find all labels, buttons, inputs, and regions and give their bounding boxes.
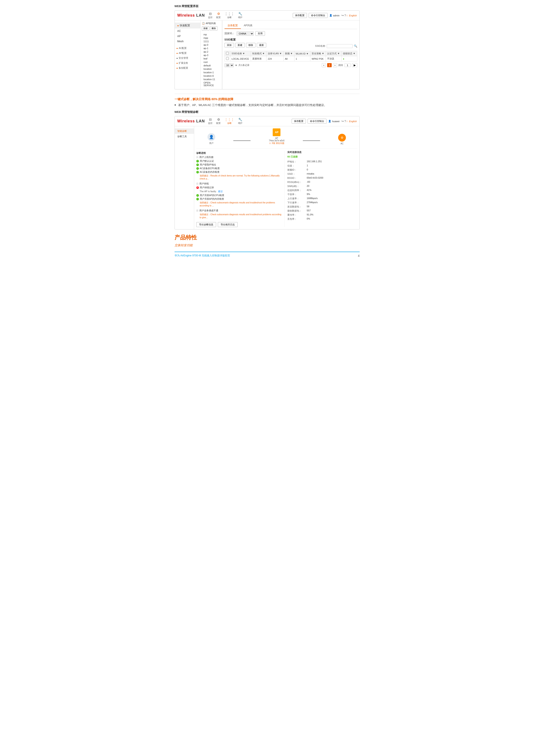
nav-maintain[interactable]: 🔧 维护 bbox=[238, 12, 242, 19]
nav2-diagnose-label: 诊断 bbox=[227, 122, 232, 125]
prev-page-btn[interactable]: ‹ bbox=[322, 63, 326, 67]
th-ssid-name[interactable]: SSID名称 ▼ bbox=[230, 51, 251, 56]
rt-value-12: 557 bbox=[307, 209, 311, 212]
ap-tree-item-open-service[interactable]: OPEN-SERVICE bbox=[202, 81, 221, 87]
apply-btn[interactable]: 应用 bbox=[256, 31, 265, 36]
ap-tree-item-location1[interactable]: location-1 bbox=[202, 71, 221, 74]
total-records: ▼ bbox=[235, 64, 238, 67]
ssid-search-input[interactable] bbox=[327, 44, 353, 48]
export-diag-btn[interactable]: 导出诊断信息 bbox=[196, 222, 216, 227]
nav2-diagnose[interactable]: ⋮⋮⋮ 诊断 bbox=[224, 118, 234, 125]
nav-config[interactable]: ⚙ 配置 bbox=[216, 12, 221, 19]
nav-diagnose[interactable]: ⋮⋮⋮ 诊断 bbox=[224, 12, 234, 19]
tab-service-config[interactable]: 业务配置 bbox=[224, 23, 241, 29]
row-checkbox[interactable] bbox=[226, 57, 229, 60]
save-config-btn[interactable]: 保存配置 bbox=[293, 13, 307, 18]
ap-tree-item-root[interactable]: root bbox=[202, 60, 221, 64]
ssid-add-btn[interactable]: 添加 bbox=[224, 43, 234, 47]
ap-tree-item-location11[interactable]: location-11 bbox=[202, 78, 221, 81]
th-auth[interactable]: 认证方式 ▼ bbox=[326, 51, 342, 56]
ap-tree-item-ap1[interactable]: ap-1 bbox=[202, 46, 221, 50]
sidebar-item-ap-config[interactable]: ● AP配置 bbox=[175, 51, 200, 56]
pagination-row: 10 ▼ 共1条记录 ‹ 1 › 跳转 ▶ bbox=[224, 63, 357, 67]
rt-value-14: 0% bbox=[307, 217, 310, 221]
th-status-label: 使能状态 ▼ bbox=[343, 52, 355, 55]
nav2-monitor[interactable]: ⊟ 监控 bbox=[208, 118, 213, 125]
ap-tree-item-ap2[interactable]: ap-2 bbox=[202, 50, 221, 53]
ap-tree-item-ap3[interactable]: ap-3 bbox=[202, 53, 221, 57]
topo-line-2 bbox=[303, 141, 320, 141]
step-label-1-2: 用户获取IP地址 bbox=[200, 163, 216, 166]
th-radio[interactable]: 射频 ▼ bbox=[284, 51, 294, 56]
sidebar-item-quick-config[interactable]: ● 快速配置 bbox=[175, 23, 200, 28]
search-icon[interactable]: 🔍 bbox=[354, 44, 357, 48]
ssid-del-btn[interactable]: 移除 bbox=[246, 43, 256, 47]
per-page-select[interactable]: 10 bbox=[224, 63, 234, 67]
ap-tree-item-location6[interactable]: location-6 bbox=[202, 74, 221, 78]
rt-row-6: SNR(dB)： 20 bbox=[287, 184, 357, 188]
nav2-config[interactable]: ⚙ 配置 bbox=[216, 118, 221, 125]
cmd-console-btn-2[interactable]: 命令行控制台 bbox=[308, 119, 326, 124]
rt-label-9: 上行速率： bbox=[287, 197, 307, 200]
diag-content-area: 智能诊断 诊断工具 👤 用户 AP AP 74ea-3a7e-a0c6 bbox=[175, 126, 359, 229]
step-label-1-1: 用户默认认证 bbox=[200, 159, 214, 163]
nav-lang-1[interactable]: English bbox=[349, 14, 357, 17]
sidebar-item-ac[interactable]: AC bbox=[175, 28, 200, 34]
jump-input[interactable] bbox=[344, 64, 351, 67]
th-vlan[interactable]: 业务VLAN ▼ bbox=[267, 51, 284, 56]
th-wlan-id[interactable]: WLAN ID ▼ bbox=[294, 51, 310, 56]
nav2-maintain[interactable]: 🔧 维护 bbox=[238, 118, 242, 125]
jump-go-btn[interactable]: ▶ bbox=[352, 63, 357, 67]
nav-user-2: 👤 huawei bbox=[328, 120, 340, 122]
sidebar2-diag-tools[interactable]: 诊断工具 bbox=[175, 134, 194, 139]
td-auth: 不涉及 bbox=[326, 56, 342, 61]
step-label-1-4: AC设备的内存检查 bbox=[200, 171, 219, 174]
sidebar-item-backup[interactable]: ● 备份配置 bbox=[175, 66, 200, 70]
ssid-refresh-btn[interactable]: 最新 bbox=[257, 43, 266, 47]
diag-step-2-1: ✗ 用户掉线记录 bbox=[196, 186, 282, 189]
action-search-row: 添加 新建 移除 最新 SSID名称 🔍 bbox=[224, 43, 357, 49]
next-page-btn[interactable]: › bbox=[333, 63, 337, 67]
ap-tree-item-default[interactable]: default bbox=[202, 64, 221, 67]
sidebar-item-ap[interactable]: AP bbox=[175, 34, 200, 39]
ap-del-btn[interactable]: 删除 bbox=[210, 26, 217, 31]
nav-lang-2[interactable]: English bbox=[349, 120, 357, 122]
nav-user: 👤 admin bbox=[329, 14, 340, 17]
sidebar-item-mesh[interactable]: Mesh bbox=[175, 39, 200, 44]
nav-monitor[interactable]: ⊟ 监控 bbox=[208, 12, 213, 19]
country-select[interactable]: CHINA bbox=[237, 32, 254, 36]
sidebar-item-security[interactable]: ● 安全管理 bbox=[175, 56, 200, 61]
ap-tree-item-leaf[interactable]: leaf bbox=[202, 57, 221, 60]
ap-tree-item-mpp[interactable]: mpp bbox=[202, 36, 221, 40]
rt-row-2: 射频ID： 0 bbox=[287, 168, 357, 172]
security-dot: ● bbox=[176, 57, 178, 60]
ap-add-btn[interactable]: 新建 bbox=[202, 26, 209, 31]
th-forward-mode[interactable]: 转发模式 ▼ bbox=[251, 51, 266, 56]
ap-tree-item-ap0[interactable]: ap-0 bbox=[202, 43, 221, 46]
th-status[interactable]: 使能状态 ▼ bbox=[342, 51, 357, 56]
rt-connected-count: 66 已连接 bbox=[287, 155, 298, 158]
ssid-edit-btn[interactable]: 新建 bbox=[235, 43, 245, 47]
cmd-console-btn[interactable]: 命令行控制台 bbox=[309, 13, 328, 18]
select-all-checkbox[interactable] bbox=[226, 52, 229, 55]
diag-step-1-3: ✓ AC设备的CPU检查 bbox=[196, 167, 282, 170]
search-right: SSID名称 🔍 bbox=[315, 44, 357, 48]
tab-ap-list[interactable]: AP列表 bbox=[241, 23, 256, 29]
rt-row-10: 下行速率： 2784bps/s bbox=[287, 201, 357, 205]
th-security[interactable]: 安全策略 ▼ bbox=[310, 51, 326, 56]
nav-monitor-label: 监控 bbox=[208, 16, 213, 19]
current-page-btn[interactable]: 1 bbox=[327, 63, 332, 67]
ap-tree-item-mp[interactable]: mp bbox=[202, 33, 221, 36]
bullet-dot: • bbox=[175, 102, 176, 108]
sidebar-item-ext-service[interactable]: ● 扩展业务 bbox=[175, 61, 200, 66]
suggestion-link[interactable]: 建议 bbox=[218, 190, 223, 193]
sidebar2-smart-diag[interactable]: 智能诊断 bbox=[175, 128, 194, 134]
sidebar-item-ac-config[interactable]: ● AC配置 bbox=[175, 46, 200, 51]
ap-tree-item-location[interactable]: location bbox=[202, 67, 221, 71]
ap-tree-item-1111[interactable]: 1111 bbox=[202, 40, 221, 43]
rt-row-13: 重传率： 91.0% bbox=[287, 213, 357, 217]
export-log-btn[interactable]: 导出相关日志 bbox=[218, 222, 238, 227]
td-wlanid: 1 bbox=[294, 56, 310, 61]
save-config-btn-2[interactable]: 保存配置 bbox=[292, 119, 306, 124]
ap-list-title: AP组列表 bbox=[206, 22, 216, 25]
